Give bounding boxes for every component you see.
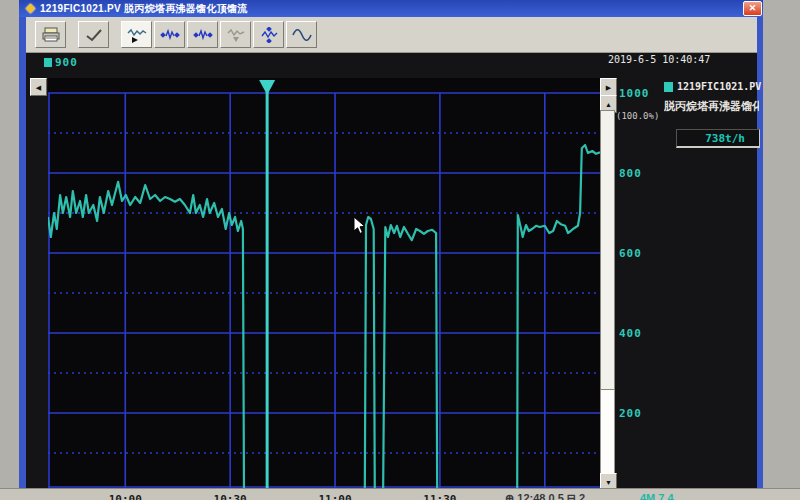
cursor-value: 900 bbox=[55, 56, 78, 69]
window-title: 1219FIC1021.PV 脱丙烷塔再沸器馏化顶馏流 bbox=[40, 2, 743, 16]
toolbar bbox=[26, 17, 757, 53]
window-border-left bbox=[19, 0, 26, 500]
scroll-right-button[interactable]: ▶ bbox=[600, 78, 617, 96]
vertical-scrollbar-thumb[interactable] bbox=[600, 110, 615, 390]
zoom-time-out-button[interactable] bbox=[187, 21, 218, 48]
trend-line bbox=[48, 145, 600, 488]
series-tag: 1219FIC1021.PV bbox=[677, 81, 761, 92]
zoom-value-button[interactable] bbox=[253, 21, 284, 48]
overlay-watermark-teal: 4M 7 4 bbox=[640, 492, 674, 500]
wave-dots-x-icon bbox=[160, 27, 180, 43]
y-tick-label: 600 bbox=[619, 247, 642, 260]
x-tick-label: 10:30 bbox=[214, 493, 247, 500]
x-tick-label: 11:30 bbox=[423, 493, 456, 500]
cursor-datetime: 2019-6-5 10:40:47 bbox=[608, 54, 710, 65]
printer-icon bbox=[41, 27, 61, 43]
overlay-watermark: ⊕ 12:48 0 5 ⊟ 2 bbox=[505, 492, 585, 500]
y-tick-label: 400 bbox=[619, 327, 642, 340]
trend-plot[interactable] bbox=[48, 78, 600, 488]
cursor-value-readout: 900 bbox=[44, 56, 78, 69]
live-value-box: 738t/h bbox=[676, 129, 760, 148]
x-tick-label: 10:00 bbox=[109, 493, 142, 500]
confirm-button[interactable] bbox=[78, 21, 109, 48]
wave-dots-y-icon bbox=[259, 27, 279, 43]
series-color-swatch-icon bbox=[44, 58, 52, 67]
y-tick-label: 800 bbox=[619, 167, 642, 180]
trend-workspace: 900 2019-6-5 10:40:47 ◀ ▶ ▲ ▼ 1000800600… bbox=[26, 53, 757, 488]
time-axis-strip: ⊕ 12:48 0 5 ⊟ 2 4M 7 4 10:0010:3011:0011… bbox=[0, 488, 800, 500]
trend-chart bbox=[48, 78, 600, 488]
zoom-time-in-button[interactable] bbox=[154, 21, 185, 48]
x-tick-label: 11:00 bbox=[318, 493, 351, 500]
app-icon bbox=[26, 4, 36, 14]
close-button[interactable]: ✕ bbox=[743, 1, 762, 16]
live-value: 738t/h bbox=[705, 132, 745, 145]
screen: 1219FIC1021.PV 脱丙烷塔再沸器馏化顶馏流 ✕ 900 2019-6… bbox=[0, 0, 800, 500]
wave-down-icon bbox=[226, 27, 246, 43]
panel-series-legend[interactable]: 1219FIC1021.PV bbox=[664, 81, 761, 92]
y-tick-label: 1000 bbox=[619, 87, 650, 100]
window-border-right bbox=[757, 0, 763, 500]
wave-dots-x-icon bbox=[193, 27, 213, 43]
trend-play-icon bbox=[127, 27, 147, 43]
y-tick-label: 200 bbox=[619, 407, 642, 420]
series-color-swatch-icon bbox=[664, 82, 673, 92]
scroll-left-button[interactable]: ◀ bbox=[30, 78, 47, 96]
y-range-percent-label: (100.0%) bbox=[616, 111, 659, 121]
wave-icon bbox=[292, 27, 312, 43]
series-description: 脱丙烷塔再沸器馏化顶馏流 bbox=[664, 99, 759, 114]
print-button[interactable] bbox=[35, 21, 66, 48]
trend-run-button[interactable] bbox=[121, 21, 152, 48]
export-trend-button[interactable] bbox=[220, 21, 251, 48]
checkmark-icon bbox=[85, 28, 103, 42]
title-bar[interactable]: 1219FIC1021.PV 脱丙烷塔再沸器馏化顶馏流 ✕ bbox=[19, 0, 763, 17]
curve-button[interactable] bbox=[286, 21, 317, 48]
